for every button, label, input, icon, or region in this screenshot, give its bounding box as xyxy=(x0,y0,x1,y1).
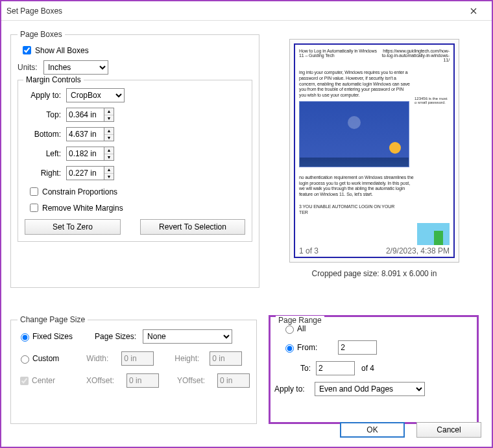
margin-controls-group: Margin Controls Apply to: CropBox Top: ▲… xyxy=(18,80,252,242)
top-spinner: ▲▼ xyxy=(66,108,114,122)
units-select[interactable]: Inches xyxy=(43,60,108,75)
yoffset-label: YOffset: xyxy=(177,376,211,385)
preview-top-left: How to Log in Automatically in Windows 1… xyxy=(299,49,382,62)
fixed-sizes-label: Fixed Sizes xyxy=(32,332,73,341)
center-label: Center xyxy=(32,376,55,385)
titlebar: Set Page Boxes xyxy=(1,1,492,21)
width-label: Width: xyxy=(86,354,115,363)
left-input[interactable] xyxy=(66,147,104,161)
left-down-button[interactable]: ▼ xyxy=(104,154,114,161)
top-up-button[interactable]: ▲ xyxy=(104,108,114,115)
dialog-window: Set Page Boxes Page Boxes Show All Boxes… xyxy=(0,0,493,448)
margin-controls-legend: Margin Controls xyxy=(23,75,84,84)
all-pages-label: All xyxy=(297,324,306,333)
right-spinner: ▲▼ xyxy=(66,166,114,180)
width-input xyxy=(121,351,154,366)
yoffset-input xyxy=(217,373,250,388)
all-pages-radio[interactable] xyxy=(285,325,294,334)
apply-to-select[interactable]: CropBox xyxy=(66,88,125,102)
units-label: Units: xyxy=(18,63,43,72)
page-boxes-legend: Page Boxes xyxy=(18,30,65,39)
preview-right-note: 123456 is the most o small password. xyxy=(415,97,450,104)
preview-para2: no authentication requirement on Windows… xyxy=(299,175,416,198)
of-label: of 4 xyxy=(361,364,374,373)
preview-inner: How to Log in Automatically in Windows 1… xyxy=(294,43,455,258)
dialog-buttons: OK Cancel xyxy=(340,422,481,438)
pr-apply-to-select[interactable]: Even and Odd Pages xyxy=(315,382,425,396)
preview-footer-left: 1 of 3 xyxy=(299,246,319,255)
apply-to-label: Apply to: xyxy=(25,91,66,100)
from-radio[interactable] xyxy=(285,344,294,353)
revert-to-selection-button[interactable]: Revert To Selection xyxy=(140,219,245,235)
constrain-checkbox[interactable] xyxy=(30,187,38,196)
show-all-boxes-label: Show All Boxes xyxy=(35,46,89,55)
height-label: Height: xyxy=(174,354,203,363)
bottom-down-button[interactable]: ▼ xyxy=(104,135,114,141)
remove-white-margins-checkbox[interactable] xyxy=(30,204,38,212)
emoji-icon xyxy=(389,142,401,154)
from-input[interactable] xyxy=(338,340,377,355)
remove-white-margins-label: Remove White Margins xyxy=(42,204,123,213)
custom-label: Custom xyxy=(32,354,59,363)
pipe-icon xyxy=(434,231,443,245)
page-range-group: Page Range All From: To: of 4 Apply to: xyxy=(269,315,479,424)
right-up-button[interactable]: ▲ xyxy=(104,167,114,174)
set-to-zero-button[interactable]: Set To Zero xyxy=(25,219,121,235)
xoffset-label: XOffset: xyxy=(86,376,120,385)
change-page-size-group: Change Page Size Fixed Sizes Page Sizes:… xyxy=(10,315,257,424)
from-label: From: xyxy=(297,343,317,352)
constrain-label: Constrain Proportions xyxy=(42,187,117,196)
cropped-size-label: Cropped page size: 8.091 x 6.000 in xyxy=(274,269,475,278)
top-label: Top: xyxy=(25,110,66,119)
right-down-button[interactable]: ▼ xyxy=(104,174,114,180)
preview-heading: 3 YOU ENABLE AUTOMATIC LOGIN ON YOUR TER xyxy=(299,204,396,216)
page-preview: How to Log in Automatically in Windows 1… xyxy=(289,39,459,263)
height-input xyxy=(210,351,242,366)
ok-button[interactable]: OK xyxy=(340,422,405,438)
preview-footer-right: 2/9/2023, 4:38 PM xyxy=(386,246,450,255)
right-label: Right: xyxy=(25,169,66,178)
xoffset-input xyxy=(126,373,159,388)
preview-image xyxy=(299,101,409,167)
units-row: Units: Inches xyxy=(18,60,252,75)
change-size-legend: Change Page Size xyxy=(18,315,88,324)
page-sizes-label: Page Sizes: xyxy=(95,332,136,341)
close-icon xyxy=(470,8,477,14)
preview-game-thumb xyxy=(417,223,450,245)
right-input[interactable] xyxy=(66,166,104,180)
window-title: Set Page Boxes xyxy=(6,6,461,16)
show-all-boxes-checkbox[interactable] xyxy=(23,46,31,54)
to-label: To: xyxy=(285,364,316,373)
bottom-up-button[interactable]: ▲ xyxy=(104,128,114,135)
top-down-button[interactable]: ▼ xyxy=(104,115,114,122)
top-input[interactable] xyxy=(66,108,104,122)
page-range-legend: Page Range xyxy=(276,316,324,325)
bottom-input[interactable] xyxy=(66,127,104,141)
bottom-label: Bottom: xyxy=(25,130,66,139)
page-boxes-group: Page Boxes Show All Boxes Units: Inches … xyxy=(10,30,259,288)
bottom-spinner: ▲▼ xyxy=(66,127,114,141)
close-button[interactable] xyxy=(461,2,487,20)
preview-wrap: How to Log in Automatically in Windows 1… xyxy=(274,39,475,278)
center-checkbox xyxy=(20,377,29,385)
fixed-sizes-radio[interactable] xyxy=(21,333,29,342)
pr-apply-to-label: Apply to: xyxy=(274,384,315,394)
avatar-icon xyxy=(348,116,361,129)
preview-para1: ing into your computer, Windows requires… xyxy=(299,70,411,99)
page-sizes-select[interactable]: None xyxy=(143,329,232,344)
left-label: Left: xyxy=(25,149,66,158)
preview-top-right: https://www.guidingtech.com/how-to-log-i… xyxy=(382,49,450,62)
to-input[interactable] xyxy=(316,361,355,375)
left-up-button[interactable]: ▲ xyxy=(104,147,114,154)
show-all-boxes-row: Show All Boxes xyxy=(20,44,252,56)
custom-radio[interactable] xyxy=(21,355,29,364)
left-spinner: ▲▼ xyxy=(66,147,114,161)
cancel-button[interactable]: Cancel xyxy=(416,422,481,438)
dialog-body: Page Boxes Show All Boxes Units: Inches … xyxy=(1,21,492,447)
